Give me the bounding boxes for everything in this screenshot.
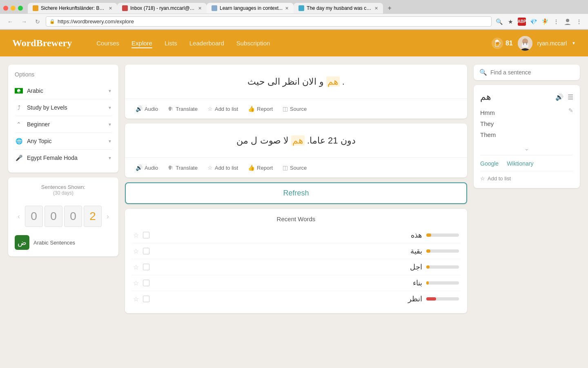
add-to-list-btn-2[interactable]: ☆ Add to list [203, 162, 242, 173]
voice-option[interactable]: 🎤 Egypt Female Hoda ▼ [15, 150, 112, 166]
word-arabic-4: انظر [154, 294, 422, 303]
sentence-card-1: . هم و الان انظر الى حيث 🔊 Audio 🗣 Trans… [125, 65, 467, 119]
chevron-down-icon: ⌄ [524, 145, 529, 152]
refresh-nav-button[interactable]: ↻ [33, 18, 42, 26]
back-button[interactable]: ← [5, 18, 16, 26]
audio-btn-2[interactable]: 🔊 Audio [131, 162, 162, 173]
audio-btn-1[interactable]: 🔊 Audio [131, 103, 162, 114]
topic-option[interactable]: 🌐 Any Topic ▼ [15, 133, 112, 150]
sentence-card-2: دون 21 عاما. هم لا صوت ل من 🔊 Audio 🗣 Tr… [125, 123, 467, 177]
tab-close-icon[interactable]: ✕ [285, 6, 289, 11]
edit-icon[interactable]: ✎ [568, 107, 573, 114]
tab-favicon [298, 5, 304, 11]
word-list: ☆ هذه ☆ بقية ☆ اجل ☆ بناء [131, 227, 461, 307]
translate-icon-1: 🗣 [168, 105, 174, 112]
list-word-btn[interactable]: ☰ [568, 93, 573, 101]
forward-button[interactable]: → [19, 18, 29, 26]
word-check-3[interactable] [143, 280, 149, 286]
refresh-button[interactable]: Refresh [125, 182, 467, 204]
browser-tab-4[interactable]: The day my husband was cau... ✕ [294, 3, 383, 13]
word-star-4[interactable]: ☆ [133, 295, 139, 303]
app-header: WordBrewery CoursesExploreListsLeaderboa… [0, 30, 588, 56]
word-definition-card: هم 🔊 ☰ ✎ HmmTheyThem ⌄ Google Wiktionary [474, 85, 580, 188]
next-arrow[interactable]: › [103, 211, 112, 222]
add-to-list-btn-1[interactable]: ☆ Add to list [203, 103, 242, 114]
nav-item-explore[interactable]: Explore [131, 38, 152, 48]
main-content: . هم و الان انظر الى حيث 🔊 Audio 🗣 Trans… [125, 65, 467, 353]
user-avatar[interactable] [518, 36, 532, 51]
refresh-label: Refresh [283, 189, 309, 197]
browser-tab-3[interactable]: Learn languages in context... ✕ [207, 3, 294, 13]
username[interactable]: ryan.mccarl [537, 40, 567, 47]
user-profile-icon[interactable] [564, 18, 572, 26]
tab-close-icon[interactable]: ✕ [198, 6, 202, 11]
word-star-1[interactable]: ☆ [133, 247, 139, 255]
vpn-icon[interactable]: 💎 [529, 18, 537, 26]
word-row-4: ☆ انظر [131, 291, 461, 307]
star-icon-2: ☆ [207, 164, 213, 171]
nav-item-lists[interactable]: Lists [165, 38, 177, 48]
mic-icon: 🎤 [15, 154, 23, 162]
add-to-list-word-btn[interactable]: ☆ Add to list [480, 171, 573, 182]
source-btn-1[interactable]: ◫ Source [278, 103, 311, 114]
topic-arrow: ▼ [108, 139, 112, 144]
study-mode-option[interactable]: ⤴ Study by Levels ▼ [15, 99, 112, 116]
translate-btn-2[interactable]: 🗣 Translate [164, 162, 202, 173]
minimize-window-btn[interactable] [11, 6, 16, 11]
maximize-window-btn[interactable] [18, 6, 23, 11]
extension-icon[interactable]: 🧚 [541, 18, 549, 26]
prev-arrow[interactable]: ‹ [14, 211, 23, 222]
browser-tab-1[interactable]: Sichere Herkunftsländer: Bun... ✕ [28, 3, 117, 13]
stats-title: Sentences Shown: [15, 184, 112, 190]
word-check-4[interactable] [143, 296, 149, 302]
adblock-icon[interactable]: ABP [518, 18, 526, 26]
source-btn-2[interactable]: ◫ Source [278, 162, 311, 173]
recent-words-card: Recent Words ☆ هذه ☆ بقية ☆ اجل ☆ [125, 209, 467, 313]
bookmark-toolbar-icon[interactable]: ★ [506, 18, 514, 26]
nav-item-courses[interactable]: Courses [96, 38, 119, 48]
globe-icon: 🌐 [15, 137, 23, 145]
word-star-3[interactable]: ☆ [133, 279, 139, 287]
new-tab-button[interactable]: + [384, 2, 395, 14]
level-option[interactable]: ⌃ Beginner ▼ [15, 116, 112, 133]
word-check-2[interactable] [143, 264, 149, 270]
digit-0: 0 [25, 206, 43, 227]
nav-item-subscription[interactable]: Subscription [236, 38, 270, 48]
menu-icon[interactable]: ⋮ [575, 18, 583, 26]
browser-tab-2[interactable]: Inbox (718) - ryan.mccarl@gm... ✕ [117, 3, 207, 13]
address-input[interactable]: 🔒 https://wordbrewery.com/explore [46, 16, 492, 27]
expand-btn[interactable]: ⌄ [480, 145, 573, 152]
find-sentence-input[interactable] [490, 69, 574, 76]
tab-close-icon[interactable]: ✕ [374, 6, 378, 11]
sentence-text-2: دون 21 عاما. هم لا صوت ل من [125, 123, 467, 157]
xp-count: 81 [506, 40, 513, 47]
translate-btn-1[interactable]: 🗣 Translate [164, 103, 202, 114]
google-link[interactable]: Google [480, 160, 499, 167]
word-arabic: هم [480, 92, 491, 102]
report-btn-1[interactable]: 👍 Report [244, 103, 277, 114]
word-header: هم 🔊 ☰ [480, 92, 573, 102]
nav-item-leaderboard[interactable]: Leaderboard [189, 38, 224, 48]
voice-label: Egypt Female Hoda [27, 155, 104, 161]
tab-close-icon[interactable]: ✕ [109, 6, 112, 11]
tab-bar: Sichere Herkunftsländer: Bun... ✕ Inbox … [0, 0, 588, 14]
word-check-1[interactable] [143, 248, 149, 254]
word-arabic-0: هذه [154, 231, 422, 240]
word-star-0[interactable]: ☆ [133, 231, 139, 239]
main-nav: CoursesExploreListsLeaderboardSubscripti… [96, 38, 492, 48]
word-star-2[interactable]: ☆ [133, 263, 139, 271]
close-window-btn[interactable] [3, 6, 8, 11]
recent-words-title: Recent Words [131, 215, 461, 222]
report-btn-2[interactable]: 👍 Report [244, 162, 277, 173]
options-title: Options [15, 71, 112, 78]
svg-point-2 [522, 38, 528, 44]
wiktionary-link[interactable]: Wiktionary [507, 160, 533, 167]
audio-word-btn[interactable]: 🔊 [555, 93, 564, 101]
user-dropdown-arrow[interactable]: ▼ [572, 41, 576, 45]
word-check-0[interactable] [143, 232, 149, 238]
language-option[interactable]: ض Arabic ▼ [15, 83, 112, 99]
grid-icon[interactable]: ⋮ [552, 18, 560, 26]
app-logo[interactable]: WordBrewery [12, 38, 72, 49]
search-toolbar-icon[interactable]: 🔍 [495, 18, 503, 26]
digit-1: 0 [45, 206, 62, 227]
